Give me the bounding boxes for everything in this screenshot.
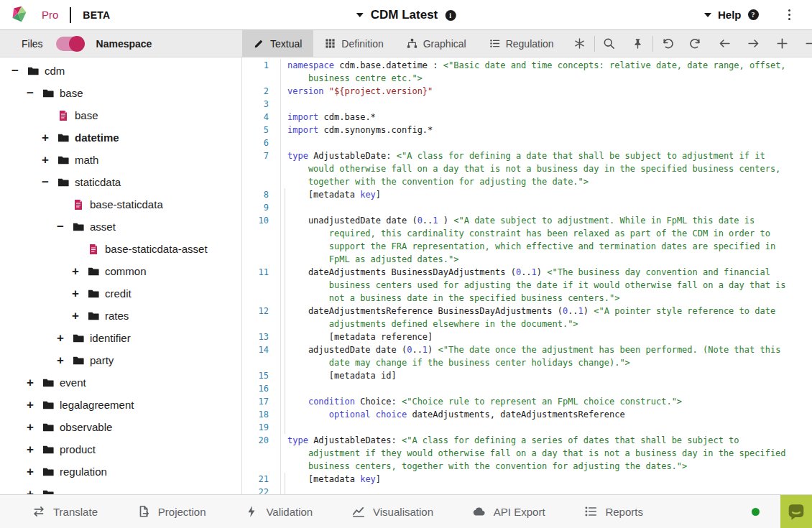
model-selector[interactable]: CDM Latest i [356, 0, 456, 30]
tree-item-base[interactable]: −base [0, 82, 241, 104]
code-line-2[interactable]: 2version "${project.version}" [242, 85, 812, 98]
code-line-wrap[interactable]: together with the convention for adjusti… [242, 175, 812, 188]
redo-button[interactable] [682, 30, 711, 57]
asterisk-button[interactable] [566, 30, 594, 57]
help-circle-icon[interactable]: ? [748, 9, 759, 20]
tree-item-identifier[interactable]: +identifier [0, 327, 241, 349]
code-line-7[interactable]: 7type AdjustableDate: <"A class for defi… [242, 149, 812, 162]
expand-icon[interactable]: + [72, 287, 88, 301]
expand-icon[interactable]: + [57, 353, 73, 368]
tree-item-party[interactable]: +party [0, 349, 241, 371]
code-line-wrap[interactable]: business centre etc."> [242, 72, 812, 85]
code-line-9[interactable]: 9 [242, 201, 812, 214]
code-line-wrap[interactable]: adjustments defined elsewhere in the doc… [242, 318, 812, 330]
code-line-19[interactable]: 19 [242, 421, 812, 434]
expand-icon[interactable]: + [57, 331, 73, 346]
tree-item-credit[interactable]: +credit [0, 282, 241, 305]
tree-item-base-staticdata[interactable]: base-staticdata [0, 193, 241, 216]
tree-item-base[interactable]: base [0, 104, 241, 126]
info-icon[interactable]: i [445, 10, 456, 21]
code-line-wrap[interactable]: business centers, together with the conv… [242, 460, 812, 473]
undo-button[interactable] [653, 30, 682, 57]
collapse-icon[interactable]: − [27, 86, 42, 101]
files-namespace-toggle[interactable] [56, 37, 83, 51]
code-line-14[interactable]: 14 adjustedDate date (0..1) <"The date o… [242, 343, 812, 356]
pin-button[interactable] [624, 30, 652, 57]
code-line-6[interactable]: 6 [242, 136, 812, 149]
code-line-12[interactable]: 12 dateAdjustmentsReference BusinessDayA… [242, 305, 812, 318]
code-line-21[interactable]: 21 [metadata key] [242, 473, 812, 486]
expand-icon[interactable]: + [27, 420, 42, 435]
code-line-wrap[interactable]: support the FRA representation, which ef… [242, 240, 812, 253]
tree-item-cdm[interactable]: −cdm [0, 60, 241, 82]
tree-item-hidden[interactable]: + [0, 483, 241, 494]
tree-item-datetime[interactable]: +datetime [0, 126, 241, 149]
code-line-17[interactable]: 17 condition Choice: <"Choice rule to re… [242, 395, 812, 408]
doc-export-icon [137, 505, 150, 518]
collapse-icon[interactable]: − [42, 175, 57, 190]
code-line-10[interactable]: 10 unadjustedDate date (0..1 ) <"A date … [242, 214, 812, 227]
tree-item-asset[interactable]: −asset [0, 216, 241, 238]
tab-graphical[interactable]: Graphical [395, 30, 478, 57]
kebab-menu-icon[interactable] [783, 6, 797, 24]
tab-textual[interactable]: Textual [242, 30, 313, 57]
tree-item-common[interactable]: +common [0, 260, 241, 282]
tab-regulation[interactable]: Regulation [478, 30, 566, 57]
tree-item-observable[interactable]: +observable [0, 416, 241, 438]
expand-icon[interactable]: + [27, 465, 42, 479]
tree-item-rates[interactable]: +rates [0, 305, 241, 327]
expand-icon[interactable]: + [27, 376, 42, 390]
plus-button[interactable] [768, 30, 797, 57]
code-line-4[interactable]: 4import cdm.base.* [242, 111, 812, 124]
chat-launcher-button[interactable] [780, 495, 812, 528]
code-line-11[interactable]: 11 dateAdjustments BusinessDayAdjustment… [242, 266, 812, 279]
expand-icon[interactable]: + [42, 153, 57, 167]
code-line-22[interactable]: 22 [242, 486, 812, 494]
code-line-20[interactable]: 20type AdjustableDates: <"A class for de… [242, 434, 812, 447]
code-line-wrap[interactable]: not a business date in the specified bus… [242, 292, 812, 305]
code-line-1[interactable]: 1namespace cdm.base.datetime : <"Basic d… [242, 59, 812, 72]
code-line-wrap[interactable]: business centers used for adjusting the … [242, 279, 812, 292]
code-line-wrap[interactable]: adjustment if they would otherwise fall … [242, 447, 812, 460]
code-line-wrap[interactable]: required, this cardinality constraint ha… [242, 227, 812, 240]
code-line-3[interactable]: 3 [242, 98, 812, 111]
collapse-icon[interactable]: − [11, 64, 27, 78]
code-line-8[interactable]: 8 [metadata key] [242, 188, 812, 201]
expand-icon[interactable]: + [27, 398, 42, 412]
expand-icon[interactable]: + [42, 131, 57, 145]
tree-item-staticdata[interactable]: −staticdata [0, 171, 241, 193]
code-line-13[interactable]: 13 [metadata reference] [242, 330, 812, 343]
reports-button[interactable]: Reports [584, 505, 643, 518]
tree-item-regulation[interactable]: +regulation [0, 460, 241, 483]
arrow-left-button[interactable] [711, 30, 739, 57]
search-button[interactable] [595, 30, 624, 57]
tree-item-base-staticdata-asset[interactable]: base-staticdata-asset [0, 238, 241, 260]
tab-definition[interactable]: Definition [313, 30, 395, 57]
minus-button[interactable] [797, 30, 812, 57]
expand-icon[interactable]: + [72, 264, 88, 279]
help-menu[interactable]: Help [718, 9, 742, 21]
expand-icon[interactable]: + [72, 309, 88, 323]
code-line-15[interactable]: 15 [metadata id] [242, 369, 812, 382]
collapse-icon[interactable]: − [57, 220, 73, 234]
translate-button[interactable]: Translate [32, 505, 98, 518]
code-line-18[interactable]: 18 optional choice dateAdjustments, date… [242, 408, 812, 421]
projection-button[interactable]: Projection [137, 505, 206, 518]
visualisation-button[interactable]: Visualisation [352, 505, 433, 518]
rosetta-logo-icon[interactable] [9, 5, 29, 24]
api-export-button[interactable]: API Export [473, 505, 545, 518]
arrow-right-button[interactable] [739, 30, 768, 57]
code-line-wrap[interactable]: date may change if the business center h… [242, 356, 812, 369]
code-line-5[interactable]: 5import cdm.synonyms.config.* [242, 124, 812, 136]
code-line-16[interactable]: 16 [242, 382, 812, 395]
expand-icon[interactable]: + [27, 443, 42, 457]
validation-button[interactable]: Validation [245, 505, 313, 518]
code-line-wrap[interactable]: FpML as adjusted dates."> [242, 253, 812, 266]
tree-item-legalagreement[interactable]: +legalagreement [0, 394, 241, 416]
tree-item-event[interactable]: +event [0, 371, 241, 394]
code-line-wrap[interactable]: would otherwise fall on a day that is no… [242, 162, 812, 175]
tree-item-product[interactable]: +product [0, 438, 241, 460]
tree-item-math[interactable]: +math [0, 149, 241, 171]
code-editor[interactable]: 1namespace cdm.base.datetime : <"Basic d… [242, 57, 812, 494]
expand-icon[interactable]: + [27, 487, 42, 495]
